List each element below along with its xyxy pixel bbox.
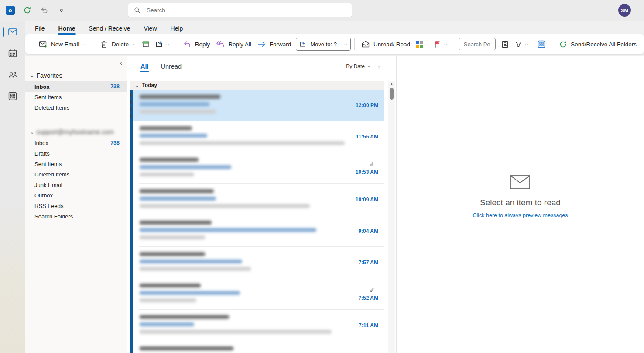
folder-label: Search Folders bbox=[34, 213, 73, 220]
folder-item-deleted-items[interactable]: Deleted Items bbox=[25, 169, 127, 180]
customize-toolbar-icon[interactable] bbox=[56, 6, 66, 15]
delete-label: Delete bbox=[112, 41, 129, 48]
send-receive-all-button[interactable]: Send/Receive All Folders bbox=[556, 37, 640, 51]
scroll-up-icon[interactable]: ▲ bbox=[390, 83, 394, 86]
menu-tab-help[interactable]: Help bbox=[170, 24, 184, 33]
global-search-box[interactable] bbox=[128, 3, 352, 17]
chevron-down-icon[interactable]: ⌄ bbox=[82, 42, 87, 46]
reply-all-button[interactable]: Reply All bbox=[213, 37, 254, 51]
folder-item-outbox[interactable]: Outbox bbox=[25, 190, 127, 201]
new-email-button[interactable]: New Email ⌄ bbox=[36, 37, 89, 51]
redacted-preview bbox=[140, 330, 332, 334]
folder-item-sent-items[interactable]: Sent Items bbox=[25, 92, 127, 102]
email-row[interactable] bbox=[130, 341, 384, 353]
sort-direction-icon[interactable]: ↑ bbox=[377, 63, 380, 73]
categorize-button[interactable]: ⌄ bbox=[413, 37, 431, 51]
email-row[interactable]: 7:57 AM bbox=[130, 247, 384, 278]
folder-item-inbox[interactable]: Inbox738 bbox=[25, 138, 127, 148]
menu-tabs: FileHomeSend / ReceiveViewHelp bbox=[25, 21, 644, 34]
user-avatar[interactable]: SM bbox=[618, 4, 631, 17]
move-to-split-button[interactable]: Move to: ? ⌄ bbox=[296, 38, 351, 51]
email-time: 10:09 AM bbox=[356, 197, 378, 203]
delete-button[interactable]: Delete ⌄ bbox=[97, 37, 139, 51]
search-input[interactable] bbox=[146, 7, 346, 14]
filter-icon bbox=[514, 40, 523, 48]
unread-read-label: Unread/ Read bbox=[373, 41, 410, 48]
email-time: 9:04 AM bbox=[358, 228, 378, 234]
group-header-today[interactable]: ⌄ Today bbox=[130, 81, 384, 90]
collapse-folder-pane-icon[interactable]: ‹ bbox=[120, 59, 122, 66]
menu-tab-send-receive[interactable]: Send / Receive bbox=[88, 24, 130, 33]
divider bbox=[25, 119, 127, 119]
reply-button[interactable]: Reply bbox=[180, 37, 213, 51]
title-bar: o SM bbox=[0, 0, 644, 21]
folder-item-junk-email[interactable]: Junk Email bbox=[25, 180, 127, 190]
favorites-label: Favorites bbox=[36, 72, 62, 79]
ribbon: New Email ⌄ Delete ⌄ ⌄ bbox=[25, 34, 644, 56]
email-row[interactable]: 7:11 AM bbox=[130, 310, 384, 341]
email-row[interactable]: 7:52 AM bbox=[130, 278, 384, 310]
unread-count: 738 bbox=[110, 83, 120, 90]
email-row[interactable]: 9:04 AM bbox=[130, 215, 384, 247]
account-header[interactable]: ⌄ support@myhostname.com bbox=[25, 126, 127, 138]
menu-tab-view[interactable]: View bbox=[143, 24, 157, 33]
folder-label: Inbox bbox=[34, 83, 50, 90]
reading-pane-layout-button[interactable] bbox=[534, 37, 548, 51]
folder-label: Sent Items bbox=[34, 94, 62, 100]
email-row[interactable]: 12:00 PM bbox=[130, 90, 384, 121]
undo-icon[interactable] bbox=[39, 6, 49, 15]
calendar-module-icon[interactable] bbox=[7, 48, 18, 59]
folder-label: Deleted Items bbox=[34, 171, 69, 178]
folder-item-deleted-items[interactable]: Deleted Items bbox=[25, 102, 127, 113]
folder-label: Sent Items bbox=[34, 161, 62, 167]
unread-read-button[interactable]: Unread/ Read bbox=[358, 37, 413, 51]
scrollbar-thumb[interactable] bbox=[390, 88, 394, 100]
folder-item-search-folders[interactable]: Search Folders bbox=[25, 211, 127, 221]
search-people-box[interactable] bbox=[459, 38, 496, 50]
folder-item-rss-feeds[interactable]: RSS Feeds bbox=[25, 201, 127, 211]
apps-module-icon[interactable] bbox=[7, 91, 18, 101]
email-row[interactable]: 10:09 AM bbox=[130, 184, 384, 215]
forward-label: Forward bbox=[270, 41, 291, 48]
move-button[interactable]: ⌄ bbox=[153, 37, 172, 51]
archive-button[interactable] bbox=[139, 37, 153, 51]
filter-button[interactable]: ⌄ bbox=[512, 37, 531, 51]
redacted-sender bbox=[140, 189, 214, 193]
flag-button[interactable]: ⌄ bbox=[431, 37, 450, 51]
sort-by-button[interactable]: By Date bbox=[346, 63, 371, 73]
flag-icon bbox=[434, 40, 442, 48]
email-row[interactable]: 11:56 AM bbox=[130, 121, 384, 152]
email-time: 7:57 AM bbox=[358, 260, 378, 266]
favorites-header[interactable]: ⌄ Favorites bbox=[25, 70, 127, 81]
mail-module-icon[interactable] bbox=[7, 27, 18, 37]
folder-item-inbox[interactable]: Inbox738 bbox=[25, 81, 127, 92]
chevron-down-icon[interactable]: ⌄ bbox=[443, 42, 448, 46]
email-row[interactable]: 10:53 AM bbox=[130, 152, 384, 184]
chevron-down-icon: ⌄ bbox=[30, 73, 34, 79]
forward-button[interactable]: Forward bbox=[254, 37, 295, 51]
redacted-preview bbox=[140, 204, 310, 208]
sync-icon[interactable] bbox=[22, 6, 32, 15]
menu-tab-file[interactable]: File bbox=[34, 24, 45, 33]
email-time: 10:53 AM bbox=[356, 169, 378, 175]
folder-item-sent-items[interactable]: Sent Items bbox=[25, 159, 127, 169]
move-to-dropdown[interactable]: ⌄ bbox=[341, 38, 350, 50]
address-book-button[interactable] bbox=[498, 37, 512, 51]
folder-item-drafts[interactable]: Drafts bbox=[25, 148, 127, 159]
chevron-down-icon[interactable]: ⌄ bbox=[524, 42, 529, 46]
email-time: 7:52 AM bbox=[358, 295, 378, 301]
people-module-icon[interactable] bbox=[7, 69, 18, 80]
list-tab-unread[interactable]: Unread bbox=[161, 63, 182, 73]
search-people-input[interactable] bbox=[463, 41, 491, 48]
outlook-logo-icon: o bbox=[6, 6, 15, 15]
new-email-icon bbox=[39, 40, 48, 48]
reply-all-icon bbox=[216, 40, 225, 48]
menu-tab-home[interactable]: Home bbox=[58, 24, 76, 33]
list-scrollbar[interactable]: ▲ bbox=[388, 81, 395, 353]
list-tab-all[interactable]: All bbox=[140, 63, 149, 73]
chevron-down-icon[interactable]: ⌄ bbox=[165, 42, 170, 46]
categorize-icon bbox=[416, 41, 423, 48]
chevron-down-icon[interactable]: ⌄ bbox=[425, 42, 429, 46]
chevron-down-icon[interactable]: ⌄ bbox=[132, 42, 137, 46]
always-preview-link[interactable]: Click here to always preview messages bbox=[473, 212, 568, 218]
